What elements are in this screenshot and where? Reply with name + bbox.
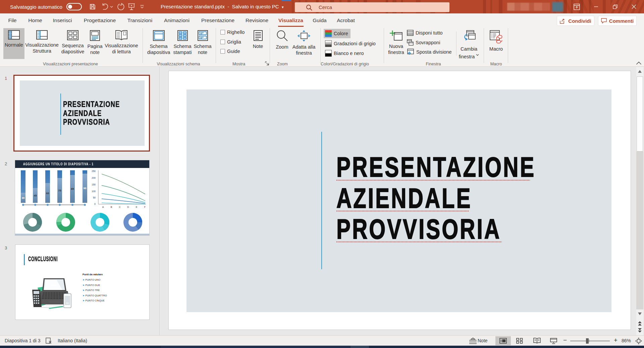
svg-text:75: 75 xyxy=(58,189,61,192)
svg-text:D: D xyxy=(127,206,129,208)
svg-text:50: 50 xyxy=(93,196,96,199)
svg-text:150: 150 xyxy=(92,183,96,186)
svg-text:E: E xyxy=(136,206,138,208)
svg-text:90: 90 xyxy=(84,187,87,190)
svg-text:30: 30 xyxy=(22,196,25,199)
svg-text:85: 85 xyxy=(71,187,74,190)
svg-text:F: F xyxy=(144,206,146,208)
svg-text:0: 0 xyxy=(94,203,96,205)
svg-text:C: C xyxy=(119,206,120,208)
svg-text:45: 45 xyxy=(34,194,37,197)
svg-text:60: 60 xyxy=(46,192,49,195)
svg-text:B: B xyxy=(111,206,112,208)
svg-text:250: 250 xyxy=(92,170,96,172)
svg-text:200: 200 xyxy=(92,177,96,179)
svg-text:A: A xyxy=(102,206,104,208)
svg-text:100: 100 xyxy=(92,190,96,192)
